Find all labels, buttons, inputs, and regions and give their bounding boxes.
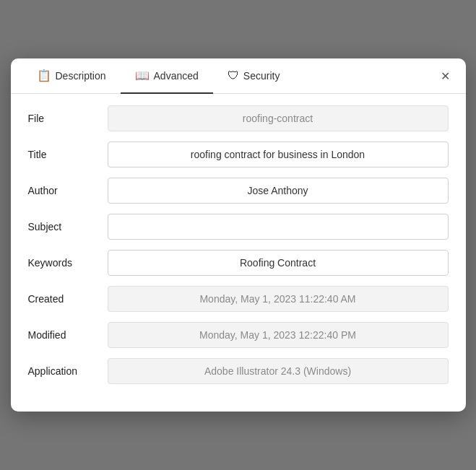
input-created xyxy=(108,286,449,312)
label-modified: Modified xyxy=(28,329,108,341)
label-keywords: Keywords xyxy=(28,257,108,269)
tab-advanced[interactable]: 📖 Advanced xyxy=(121,58,213,94)
tab-advanced-label: Advanced xyxy=(154,70,199,82)
close-button[interactable]: ✕ xyxy=(437,67,454,84)
close-icon: ✕ xyxy=(441,69,450,83)
form-row-application: Application xyxy=(28,358,449,384)
tab-description-label: Description xyxy=(56,70,106,82)
input-file xyxy=(108,105,449,131)
form-row-file: File xyxy=(28,105,449,131)
label-subject: Subject xyxy=(28,221,108,232)
form-body: FileTitleAuthorSubjectKeywordsCreatedMod… xyxy=(11,94,466,384)
input-keywords[interactable] xyxy=(108,250,449,276)
tab-security-label: Security xyxy=(243,70,280,82)
form-row-title: Title xyxy=(28,142,449,167)
form-row-author: Author xyxy=(28,178,449,204)
form-row-subject: Subject xyxy=(28,214,449,240)
modal-dialog: 📋 Description 📖 Advanced 🛡 Security ✕ Fi… xyxy=(11,58,466,412)
security-icon: 🛡 xyxy=(228,69,239,82)
form-row-created: Created xyxy=(28,286,449,312)
label-author: Author xyxy=(28,185,108,196)
form-row-modified: Modified xyxy=(28,322,449,348)
label-file: File xyxy=(28,113,108,124)
form-row-keywords: Keywords xyxy=(28,250,449,276)
description-icon: 📋 xyxy=(37,69,51,82)
input-modified xyxy=(108,322,449,348)
advanced-icon: 📖 xyxy=(135,69,150,82)
label-title: Title xyxy=(28,149,108,160)
overlay: 📋 Description 📖 Advanced 🛡 Security ✕ Fi… xyxy=(0,0,476,470)
label-created: Created xyxy=(28,293,108,305)
input-subject[interactable] xyxy=(108,214,449,240)
input-author[interactable] xyxy=(108,178,449,204)
input-title[interactable] xyxy=(108,142,449,167)
label-application: Application xyxy=(28,365,108,377)
tab-description[interactable]: 📋 Description xyxy=(22,58,121,94)
input-application xyxy=(108,358,449,384)
tab-bar: 📋 Description 📖 Advanced 🛡 Security ✕ xyxy=(11,58,466,94)
tab-security[interactable]: 🛡 Security xyxy=(213,59,295,94)
